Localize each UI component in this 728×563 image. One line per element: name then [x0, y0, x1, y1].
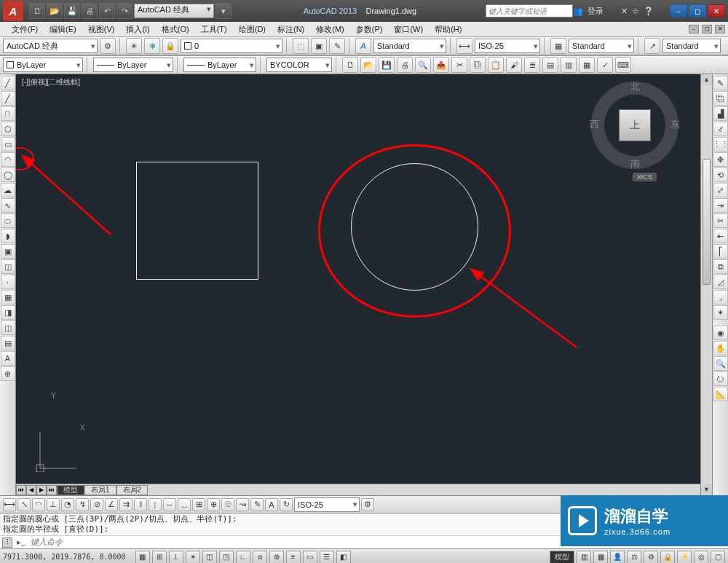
- signin-people-icon[interactable]: 👥: [573, 7, 583, 16]
- pline-tool-icon[interactable]: ⨅: [1, 106, 15, 121]
- status-3dosnap-icon[interactable]: ◳: [219, 551, 234, 564]
- gradient-tool-icon[interactable]: ◨: [1, 305, 15, 320]
- vertical-scrollbar[interactable]: ▲ ▼: [700, 74, 712, 495]
- arc-tool-icon[interactable]: ◠: [1, 152, 15, 167]
- dim-arc-icon[interactable]: ◠: [32, 498, 45, 511]
- status-polar-icon[interactable]: ✴: [186, 551, 200, 564]
- dim-style-mgr-icon[interactable]: ⚙: [361, 498, 374, 511]
- menu-file[interactable]: 文件(F): [6, 24, 44, 35]
- rotate-tool-icon[interactable]: ⟲: [713, 168, 728, 182]
- move-tool-icon[interactable]: ✥: [713, 152, 728, 167]
- dim-tolerance-icon[interactable]: ⊞: [192, 498, 205, 511]
- signin-label[interactable]: 登录: [587, 6, 604, 17]
- dim-jogged-icon[interactable]: ↯: [76, 498, 89, 511]
- view-cube[interactable]: 上 北 南 西 东: [591, 82, 678, 169]
- offset-tool-icon[interactable]: ⫽: [713, 122, 728, 136]
- tab-model[interactable]: 模型: [57, 485, 84, 495]
- scroll-down-icon[interactable]: ▼: [701, 484, 712, 495]
- qat-open-icon[interactable]: 📂: [47, 3, 63, 19]
- status-model-pill[interactable]: 模型: [550, 551, 574, 564]
- status-dyn-icon[interactable]: ⊕: [269, 551, 284, 564]
- nav-show-icon[interactable]: 📐: [713, 387, 728, 401]
- viewcube-west[interactable]: 西: [590, 118, 599, 131]
- status-snap-icon[interactable]: ▦: [135, 551, 150, 564]
- status-hw-icon[interactable]: ⚡: [677, 551, 692, 564]
- plot-icon[interactable]: 🖨: [397, 57, 413, 73]
- menu-view[interactable]: 视图(V): [82, 24, 121, 35]
- mdi-minimize-button[interactable]: –: [689, 25, 699, 34]
- tool-palettes-icon[interactable]: ▥: [561, 57, 577, 73]
- drawn-rectangle[interactable]: [136, 162, 258, 280]
- dim-quick-icon[interactable]: ⇉: [119, 498, 132, 511]
- dim-break-icon[interactable]: ⎵: [178, 498, 191, 511]
- window-close-button[interactable]: ✕: [708, 4, 725, 17]
- addselected-tool-icon[interactable]: ⊕: [1, 366, 15, 381]
- dim-ordinate-icon[interactable]: ⊥: [47, 498, 60, 511]
- help-search-input[interactable]: [486, 4, 573, 17]
- status-sc-icon[interactable]: ◧: [336, 551, 351, 564]
- viewport-label[interactable]: [-][俯视][二维线框]: [22, 77, 80, 87]
- mleader-icon[interactable]: ↗: [644, 38, 660, 54]
- status-tpy-icon[interactable]: ▭: [303, 551, 317, 564]
- explode-tool-icon[interactable]: ✶: [713, 305, 728, 320]
- dim-continue-icon[interactable]: ⫶: [149, 498, 162, 511]
- mdi-close-button[interactable]: ✕: [715, 25, 725, 34]
- status-qp-icon[interactable]: ☰: [320, 551, 334, 564]
- status-grid-icon[interactable]: ⊞: [152, 551, 167, 564]
- status-ortho-icon[interactable]: ⊥: [169, 551, 183, 564]
- dim-center-icon[interactable]: ⊕: [207, 498, 220, 511]
- cut-icon[interactable]: ✂: [451, 57, 467, 73]
- nav-pan-icon[interactable]: ✋: [713, 341, 728, 355]
- tab-nav-last[interactable]: ⏭: [47, 485, 57, 495]
- qat-more-icon[interactable]: ▾: [215, 3, 232, 19]
- trim-tool-icon[interactable]: ✂: [713, 213, 728, 228]
- line-tool-icon[interactable]: ╱: [1, 76, 15, 90]
- dim-aligned-icon[interactable]: ⤡: [17, 498, 31, 511]
- tab-nav-prev[interactable]: ◀: [26, 485, 36, 495]
- layer-lock-icon[interactable]: 🔒: [162, 38, 178, 54]
- scroll-thumb[interactable]: [703, 159, 711, 285]
- tablestyle-icon[interactable]: ▦: [550, 38, 566, 54]
- spline-tool-icon[interactable]: ∿: [1, 198, 15, 213]
- table-tool-icon[interactable]: ▤: [1, 336, 15, 350]
- tab-nav-next[interactable]: ▶: [36, 485, 47, 495]
- scale-tool-icon[interactable]: ⤢: [713, 183, 728, 197]
- dim-update-icon[interactable]: ↻: [280, 498, 293, 511]
- openfile-icon[interactable]: 📂: [360, 57, 376, 73]
- design-center-icon[interactable]: ▤: [542, 57, 558, 73]
- textstyle-dropdown[interactable]: Standard: [373, 39, 446, 53]
- drawn-circle[interactable]: [351, 163, 478, 291]
- status-lock-icon[interactable]: 🔒: [660, 551, 675, 564]
- mtext-tool-icon[interactable]: A: [1, 351, 15, 366]
- qat-workspace-dropdown[interactable]: AutoCAD 经典: [134, 4, 214, 18]
- qat-print-icon[interactable]: 🖨: [82, 3, 98, 19]
- viewcube-top-face[interactable]: 上: [619, 109, 651, 141]
- properties-icon[interactable]: ≣: [524, 57, 540, 73]
- status-qview-layouts-icon[interactable]: ▥: [577, 551, 591, 564]
- layer-freeze-icon[interactable]: ❄: [144, 38, 160, 54]
- mleader-dropdown[interactable]: Standard: [662, 39, 721, 53]
- paste-icon[interactable]: 📋: [488, 57, 504, 73]
- dimstyle-icon[interactable]: ⟷: [456, 38, 472, 54]
- menu-insert[interactable]: 插入(I): [120, 24, 155, 35]
- chamfer-tool-icon[interactable]: ◿: [713, 275, 728, 289]
- ellipse-tool-icon[interactable]: ⬭: [1, 213, 15, 228]
- status-annovis-icon[interactable]: ⚖: [627, 551, 641, 564]
- insertblock-tool-icon[interactable]: ▣: [1, 244, 15, 259]
- nav-zoom-icon[interactable]: 🔍: [713, 356, 728, 371]
- wcs-badge[interactable]: WCS: [633, 173, 657, 181]
- status-osnap-icon[interactable]: ◫: [202, 551, 217, 564]
- dimstyle-dropdown[interactable]: ISO-25: [475, 39, 540, 53]
- menu-parametric[interactable]: 参数(P): [350, 24, 389, 35]
- menu-tools[interactable]: 工具(T): [195, 24, 233, 35]
- copy-tool-icon[interactable]: ⿻: [713, 91, 728, 106]
- status-ducs-icon[interactable]: ⧈: [253, 551, 267, 564]
- quickcalc-icon[interactable]: ⌨: [615, 57, 631, 73]
- extend-tool-icon[interactable]: ⇤: [713, 229, 728, 243]
- xline-tool-icon[interactable]: ╱: [1, 91, 15, 106]
- status-qview-drawings-icon[interactable]: ▦: [593, 551, 608, 564]
- linetype-dropdown[interactable]: ByLayer: [93, 58, 173, 72]
- fillet-tool-icon[interactable]: ◞: [713, 290, 728, 304]
- preview-icon[interactable]: 🔍: [415, 57, 431, 73]
- newfile-icon[interactable]: 🗋: [342, 57, 358, 73]
